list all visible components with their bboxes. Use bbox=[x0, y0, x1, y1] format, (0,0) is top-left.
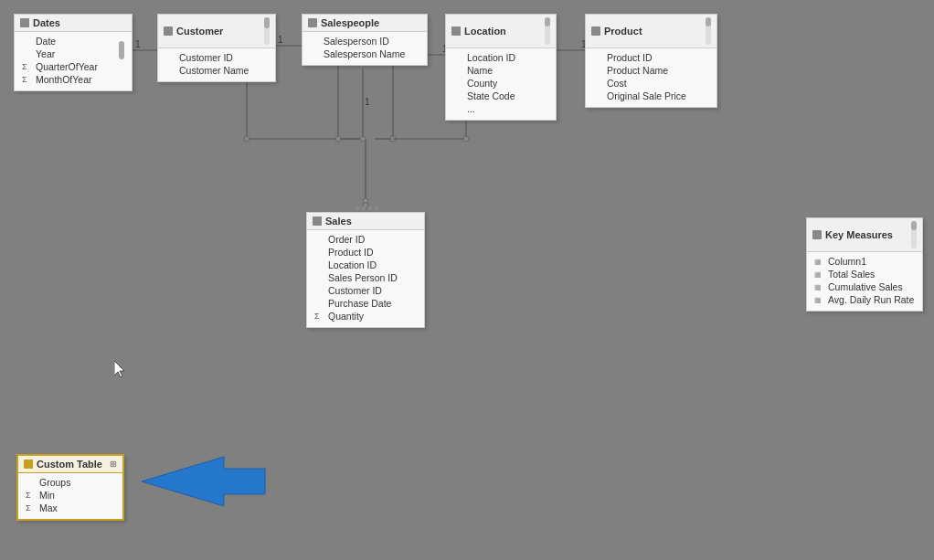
custom-table-icon bbox=[24, 460, 33, 469]
field-label: Purchase Date bbox=[328, 298, 391, 309]
svg-point-25 bbox=[463, 136, 469, 142]
customer-icon bbox=[164, 26, 173, 36]
table-row: County bbox=[453, 77, 550, 90]
sigma-icon: Σ bbox=[26, 503, 37, 512]
location-table: Location Location ID Name County State C… bbox=[445, 14, 557, 121]
custom-table-header: Custom Table ⊞ bbox=[18, 456, 122, 473]
field-label: Location ID bbox=[328, 259, 377, 270]
salespeople-header: Salespeople bbox=[302, 15, 427, 32]
location-body: Location ID Name County State Code ... bbox=[446, 48, 556, 120]
field-label: Location ID bbox=[467, 52, 515, 63]
table-row: Order ID bbox=[314, 233, 419, 246]
table-row: Σ Quantity bbox=[314, 310, 419, 322]
table-row: ... bbox=[453, 102, 550, 115]
location-icon bbox=[451, 26, 461, 36]
svg-point-7 bbox=[363, 203, 368, 208]
table-row: ▦ Avg. Daily Run Rate bbox=[814, 293, 917, 306]
field-label: Cumulative Sales bbox=[828, 281, 903, 292]
customer-title: Customer bbox=[176, 26, 223, 37]
sales-table: Sales Order ID Product ID Location ID Sa… bbox=[306, 212, 425, 328]
sigma-icon: Σ bbox=[314, 312, 325, 321]
table-row: Salesperson ID bbox=[310, 35, 421, 48]
product-header: Product bbox=[586, 15, 716, 48]
field-label: Min bbox=[39, 490, 55, 501]
product-body: Product ID Product Name Cost Original Sa… bbox=[586, 48, 716, 107]
field-label: Quantity bbox=[328, 311, 364, 322]
product-icon bbox=[591, 26, 600, 36]
sales-header: Sales bbox=[307, 213, 424, 230]
field-label: QuarterOfYear bbox=[36, 61, 98, 72]
svg-point-5 bbox=[244, 136, 249, 142]
table-row: Original Sale Price bbox=[593, 90, 711, 102]
svg-text:1: 1 bbox=[365, 97, 370, 107]
table-row: ▦ Column1 bbox=[814, 255, 917, 268]
key-measures-title: Key Measures bbox=[825, 229, 893, 240]
dates-table: Dates Date Year Σ QuarterOfYear Σ MonthO… bbox=[14, 14, 133, 91]
sales-title: Sales bbox=[325, 216, 352, 227]
customer-body: Customer ID Customer Name bbox=[158, 48, 275, 81]
table-row: Product ID bbox=[314, 246, 419, 259]
key-measures-body: ▦ Column1 ▦ Total Sales ▦ Cumulative Sal… bbox=[807, 252, 922, 311]
location-title: Location bbox=[464, 26, 506, 37]
table-row: State Code bbox=[453, 90, 550, 102]
field-label: Total Sales bbox=[828, 269, 875, 280]
svg-marker-30 bbox=[142, 457, 265, 506]
sales-body: Order ID Product ID Location ID Sales Pe… bbox=[307, 230, 424, 327]
table-row: Σ Min bbox=[26, 489, 117, 502]
svg-point-12 bbox=[335, 136, 341, 142]
table-row: Σ QuarterOfYear bbox=[22, 60, 126, 73]
field-label: Year bbox=[36, 48, 55, 59]
field-label: Product ID bbox=[328, 247, 374, 258]
table-row: Groups bbox=[26, 476, 117, 489]
table-row: Location ID bbox=[453, 51, 550, 64]
table-row: Product Name bbox=[593, 64, 711, 77]
field-label: Avg. Daily Run Rate bbox=[828, 294, 914, 305]
table-row: Σ MonthOfYear bbox=[22, 73, 126, 86]
custom-table-body: Groups Σ Min Σ Max bbox=[18, 473, 122, 519]
svg-point-20 bbox=[390, 136, 396, 142]
key-measures-header: Key Measures bbox=[807, 218, 922, 252]
table-row: Purchase Date bbox=[314, 297, 419, 310]
sigma-icon: Σ bbox=[22, 62, 33, 71]
table-row: Location ID bbox=[314, 259, 419, 271]
custom-table-title: Custom Table bbox=[37, 459, 102, 470]
table-row: ▦ Total Sales bbox=[814, 268, 917, 280]
field-label: Original Sale Price bbox=[607, 90, 686, 101]
field-label: Max bbox=[39, 502, 58, 513]
svg-point-15 bbox=[360, 136, 366, 142]
sigma-icon: Σ bbox=[26, 491, 37, 500]
sales-icon bbox=[313, 217, 322, 226]
field-label: Date bbox=[36, 36, 56, 47]
field-label: Customer ID bbox=[179, 52, 233, 63]
salespeople-body: Salesperson ID Salesperson Name bbox=[302, 32, 427, 65]
sigma-icon: Σ bbox=[22, 75, 33, 84]
table-row: Name bbox=[453, 64, 550, 77]
svg-point-28 bbox=[368, 206, 373, 211]
field-icon: ▦ bbox=[814, 296, 825, 304]
dates-body: Date Year Σ QuarterOfYear Σ MonthOfYear bbox=[15, 32, 132, 90]
salespeople-table: Salespeople Salesperson ID Salesperson N… bbox=[302, 14, 428, 66]
table-row: Customer Name bbox=[165, 64, 270, 77]
customer-table: Customer Customer ID Customer Name bbox=[157, 14, 276, 82]
key-measures-icon bbox=[812, 230, 822, 239]
field-label: Order ID bbox=[328, 234, 365, 245]
svg-point-29 bbox=[375, 206, 379, 211]
dates-header: Dates bbox=[15, 15, 132, 32]
customer-header: Customer bbox=[158, 15, 275, 48]
table-row: Cost bbox=[593, 77, 711, 90]
field-label: Cost bbox=[607, 78, 627, 89]
table-row: Customer ID bbox=[165, 51, 270, 64]
table-row: ▦ Cumulative Sales bbox=[814, 280, 917, 293]
field-icon: ▦ bbox=[814, 270, 825, 279]
table-row: Date bbox=[22, 35, 126, 48]
mouse-cursor bbox=[114, 361, 125, 377]
field-label: Salesperson ID bbox=[324, 36, 389, 47]
field-label: Sales Person ID bbox=[328, 272, 398, 283]
svg-text:1: 1 bbox=[135, 39, 141, 49]
field-label: MonthOfYear bbox=[36, 74, 91, 85]
field-label: Salesperson Name bbox=[324, 48, 405, 59]
field-label: Product ID bbox=[607, 52, 653, 63]
custom-table[interactable]: Custom Table ⊞ Groups Σ Min Σ Max bbox=[16, 454, 124, 521]
svg-point-6 bbox=[363, 198, 368, 204]
table-row: Product ID bbox=[593, 51, 711, 64]
